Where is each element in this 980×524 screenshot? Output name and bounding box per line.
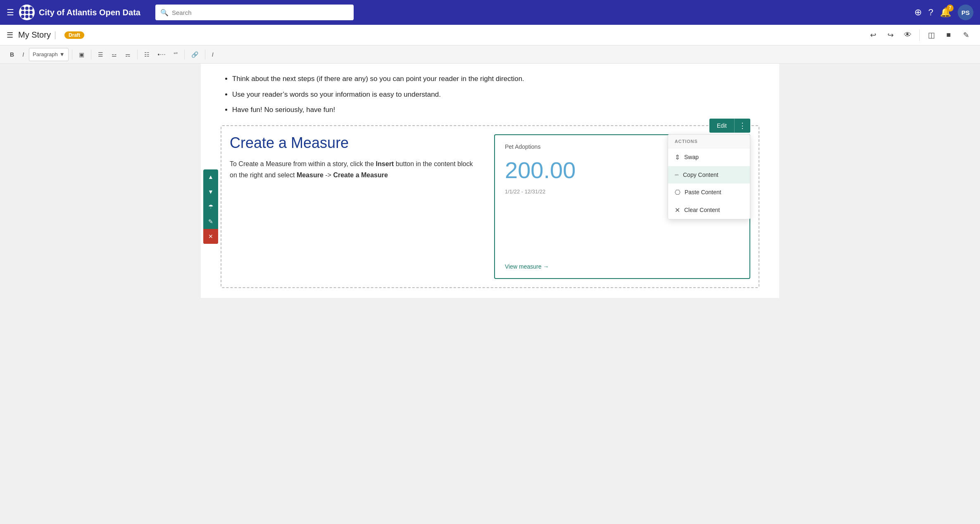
app-title: City of Atlantis Open Data — [39, 8, 140, 17]
draft-badge: Draft — [64, 31, 84, 39]
theme-icon[interactable]: ✎ — [959, 28, 973, 43]
bold-button[interactable]: B — [7, 48, 17, 61]
preview-icon[interactable]: 👁 — [900, 28, 915, 43]
view-measure-link[interactable]: View measure → — [505, 263, 549, 270]
layout-icon[interactable]: ■ — [941, 28, 956, 43]
main-content: Think about the next steps (if there are… — [201, 64, 779, 298]
paragraph-select[interactable]: Paragraph ▼ — [29, 48, 69, 61]
add-block-icon[interactable]: ◫ — [924, 28, 939, 43]
move-up-icon[interactable]: ▲ — [203, 169, 218, 184]
search-icon: 🔍 — [160, 9, 169, 17]
logo-icon — [19, 5, 35, 20]
toolbar-divider — [184, 50, 185, 60]
notifications-icon[interactable]: 🔔 7 — [940, 7, 951, 18]
align-left-button[interactable]: ☰ — [95, 48, 107, 61]
list-item: Think about the next steps (if there are… — [232, 74, 759, 84]
separator: | — [54, 30, 56, 40]
undo-icon[interactable]: ↩ — [866, 28, 880, 43]
logo: City of Atlantis Open Data — [19, 5, 140, 20]
measure-card-wrapper: Edit ⋮ Pet Adoptions 200.00 1/1/22 - 12/… — [494, 134, 750, 279]
paste-icon: ⎔ — [675, 188, 680, 196]
measure-description: To Create a Measure from within a story,… — [230, 158, 481, 181]
redo-icon[interactable]: ↪ — [883, 28, 898, 43]
swap-icon: ⇕ — [675, 153, 680, 161]
move-down-icon[interactable]: ▼ — [203, 184, 218, 199]
search-input[interactable] — [172, 9, 349, 16]
paste-content-action[interactable]: ⎔ Paste Content — [668, 183, 750, 201]
copy-icon: ⎓ — [675, 171, 679, 179]
text-section: Create a Measure To Create a Measure fro… — [230, 134, 481, 181]
avatar[interactable]: PS — [958, 5, 973, 20]
sidebar-toggle-icon[interactable]: ☰ — [7, 31, 13, 40]
secondary-bar: ☰ My Story | Draft ↩ ↪ 👁 ◫ ■ ✎ — [0, 25, 980, 45]
link-button[interactable]: 🔗 — [188, 48, 202, 61]
chevron-down-icon: ▼ — [59, 51, 65, 57]
align-right-button[interactable]: ⚎ — [122, 48, 134, 61]
unordered-list-button[interactable]: •⋯ — [155, 48, 169, 61]
clear-icon: ✕ — [675, 206, 680, 214]
toolbar-divider — [137, 50, 138, 60]
dropdown-header: ACTIONS — [668, 135, 750, 148]
add-icon[interactable]: ⊕ — [914, 7, 922, 18]
edit-button[interactable]: Edit — [709, 119, 734, 133]
arrow-right-icon: → — [543, 263, 549, 270]
toolbar-divider — [205, 50, 205, 60]
actions-dropdown: ACTIONS ⇕ Swap ⎓ Copy Content ⎔ Paste Co… — [668, 134, 750, 219]
search-bar[interactable]: 🔍 — [155, 5, 354, 20]
close-icon[interactable]: ✕ — [203, 229, 218, 244]
side-controls: ▲ ▼ ☂ ✎ ✕ — [203, 169, 218, 244]
divider — [919, 29, 920, 41]
clear-content-action[interactable]: ✕ Clear Content — [668, 201, 750, 219]
more-options-button[interactable]: ⋮ — [734, 119, 750, 133]
list-item: Have fun! No seriously, have fun! — [232, 105, 759, 115]
italic-alt-button[interactable]: I — [209, 48, 217, 61]
copy-content-action[interactable]: ⎓ Copy Content — [668, 166, 750, 183]
help-icon[interactable]: ? — [928, 7, 933, 18]
edit-bar: Edit ⋮ — [709, 119, 750, 133]
nav-right: ⊕ ? 🔔 7 PS — [914, 5, 973, 20]
measure-title: Create a Measure — [230, 134, 481, 152]
align-center-button[interactable]: ⚍ — [108, 48, 120, 61]
blockquote-button[interactable]: “” — [171, 48, 181, 61]
insert-box-button[interactable]: ▣ — [76, 48, 88, 61]
hamburger-menu-icon[interactable]: ☰ — [7, 7, 14, 17]
list-item: Use your reader’s words so your informat… — [232, 89, 759, 100]
top-nav: ☰ City of Atlantis Open Data 🔍 ⊕ ? 🔔 7 P… — [0, 0, 980, 25]
card-block: ▲ ▼ ☂ ✎ ✕ Create a Measure To Create a M… — [221, 125, 759, 288]
toolbar-divider — [72, 50, 72, 60]
swap-action[interactable]: ⇕ Swap — [668, 148, 750, 166]
story-title: My Story — [18, 30, 51, 40]
secondary-actions: ↩ ↪ 👁 ◫ ■ ✎ — [866, 28, 973, 43]
water-drop-icon[interactable]: ☂ — [203, 199, 218, 214]
toolbar-divider — [91, 50, 91, 60]
notification-badge: 7 — [947, 5, 954, 12]
format-toolbar: B I Paragraph ▼ ▣ ☰ ⚍ ⚎ ☷ •⋯ “” 🔗 I — [0, 45, 980, 64]
italic-button[interactable]: I — [19, 48, 27, 61]
ordered-list-button[interactable]: ☷ — [141, 48, 153, 61]
pencil-icon[interactable]: ✎ — [203, 214, 218, 229]
bullet-list: Think about the next steps (if there are… — [221, 74, 759, 115]
